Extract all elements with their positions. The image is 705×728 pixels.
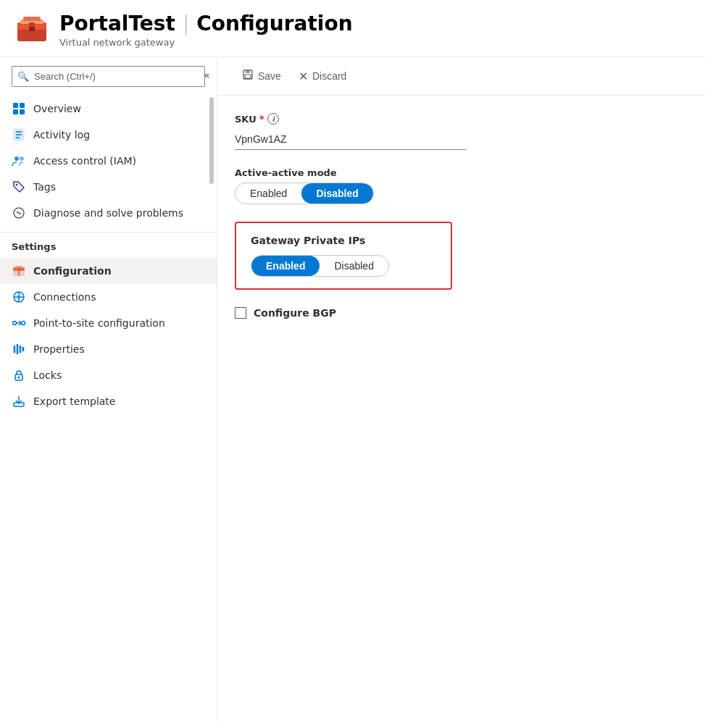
collapse-sidebar-button[interactable]: « (197, 66, 217, 85)
svg-rect-21 (17, 267, 20, 276)
svg-rect-6 (13, 103, 18, 108)
discard-label: Discard (312, 70, 346, 82)
sidebar-item-overview[interactable]: Overview (0, 96, 217, 122)
svg-rect-7 (20, 103, 25, 108)
gateway-disabled-button[interactable]: Disabled (320, 256, 388, 276)
svg-rect-4 (29, 22, 35, 41)
svg-point-16 (16, 184, 18, 186)
sidebar-item-label: Overview (33, 103, 81, 114)
sidebar-item-label: Connections (33, 291, 96, 303)
gateway-private-ips-box: Gateway Private IPs Enabled Disabled (235, 222, 452, 290)
active-active-label: Active-active mode (235, 167, 688, 178)
active-active-enabled-button[interactable]: Enabled (235, 183, 301, 204)
resource-type: Virtual network gateway (59, 37, 353, 48)
save-button[interactable]: Save (235, 64, 288, 88)
sku-label: SKU * i (235, 113, 688, 125)
svg-point-35 (18, 377, 20, 379)
export-icon (12, 394, 26, 409)
content-toolbar: Save ✕ Discard (217, 57, 705, 96)
active-active-disabled-button[interactable]: Disabled (301, 183, 372, 204)
sidebar-item-label: Export template (33, 396, 115, 407)
sidebar-item-label: Point-to-site configuration (33, 317, 165, 329)
discard-icon: ✕ (299, 70, 308, 83)
sidebar-item-connections[interactable]: Connections (0, 284, 217, 310)
sidebar-item-properties[interactable]: Properties (0, 336, 217, 362)
svg-rect-40 (245, 75, 251, 78)
main-content: Save ✕ Discard SKU * i Active-acti (217, 57, 705, 724)
page-header: PortalTest | Configuration Virtual netwo… (0, 0, 705, 57)
sku-label-text: SKU (235, 114, 256, 125)
discard-button[interactable]: ✕ Discard (291, 65, 354, 88)
resource-name: PortalTest (59, 12, 175, 35)
locks-icon (12, 368, 26, 382)
diagnose-icon (12, 206, 26, 220)
sku-group: SKU * i (235, 113, 688, 150)
search-input[interactable] (12, 66, 205, 87)
main-layout: 🔍 « Overview Activity log (0, 57, 705, 724)
iam-icon (12, 154, 26, 168)
sidebar-item-configuration[interactable]: Configuration (0, 258, 217, 284)
save-label: Save (258, 70, 281, 82)
configure-bgp-label: Configure BGP (254, 307, 336, 319)
page-title: PortalTest | Configuration (59, 12, 353, 35)
sidebar-item-label: Activity log (33, 129, 90, 141)
title-separator: | (183, 12, 189, 35)
svg-rect-8 (13, 109, 18, 114)
sidebar-item-label: Diagnose and solve problems (33, 207, 183, 219)
sidebar-item-label: Locks (33, 369, 62, 381)
gateway-private-ips-toggle: Enabled Disabled (251, 255, 389, 277)
active-active-toggle: Enabled Disabled (235, 183, 374, 204)
configure-bgp-checkbox[interactable] (235, 307, 246, 319)
svg-point-14 (14, 156, 19, 161)
search-container: 🔍 (12, 66, 205, 87)
properties-icon (12, 342, 26, 356)
configuration-icon (12, 264, 26, 278)
svg-rect-5 (29, 27, 35, 31)
sidebar-item-diagnose[interactable]: Diagnose and solve problems (0, 200, 217, 226)
resource-icon (14, 12, 49, 47)
main-nav-list: Overview Activity log Access control (IA… (0, 93, 217, 229)
page-section: Configuration (196, 12, 352, 35)
sidebar: 🔍 « Overview Activity log (0, 57, 217, 724)
sidebar-item-activity-log[interactable]: Activity log (0, 122, 217, 148)
sku-info-icon[interactable]: i (267, 113, 279, 125)
svg-point-15 (20, 156, 24, 161)
svg-rect-9 (20, 109, 25, 114)
gateway-enabled-button[interactable]: Enabled (251, 256, 320, 276)
save-icon (242, 69, 254, 83)
sidebar-item-label: Tags (33, 181, 56, 193)
sidebar-item-tags[interactable]: Tags (0, 174, 217, 200)
sidebar-item-label: Access control (IAM) (33, 155, 136, 167)
active-active-label-text: Active-active mode (235, 167, 337, 178)
settings-section-label: Settings (0, 232, 217, 255)
sidebar-item-locks[interactable]: Locks (0, 362, 217, 388)
active-active-group: Active-active mode Enabled Disabled (235, 167, 688, 204)
sidebar-item-label: Properties (33, 343, 85, 355)
sku-required-star: * (259, 113, 264, 125)
svg-rect-3 (23, 17, 41, 21)
sidebar-item-access-control[interactable]: Access control (IAM) (0, 148, 217, 174)
overview-icon (12, 101, 26, 116)
p2s-icon (12, 316, 26, 330)
sidebar-item-export-template[interactable]: Export template (0, 388, 217, 414)
search-icon: 🔍 (17, 71, 29, 82)
gateway-private-ips-title: Gateway Private IPs (251, 235, 436, 246)
configure-bgp-group: Configure BGP (235, 307, 688, 319)
settings-nav-list: Configuration Connections Point-to-site … (0, 255, 217, 417)
header-text-block: PortalTest | Configuration Virtual netwo… (59, 12, 353, 48)
sidebar-item-point-to-site[interactable]: Point-to-site configuration (0, 310, 217, 336)
svg-point-27 (13, 322, 17, 325)
form-content: SKU * i Active-active mode Enabled Disab… (217, 96, 705, 724)
svg-rect-39 (246, 70, 250, 73)
connections-icon (12, 290, 26, 304)
sku-input[interactable] (235, 129, 467, 150)
tags-icon (12, 180, 26, 194)
activity-log-icon (12, 127, 26, 142)
sidebar-item-label: Configuration (33, 265, 112, 277)
